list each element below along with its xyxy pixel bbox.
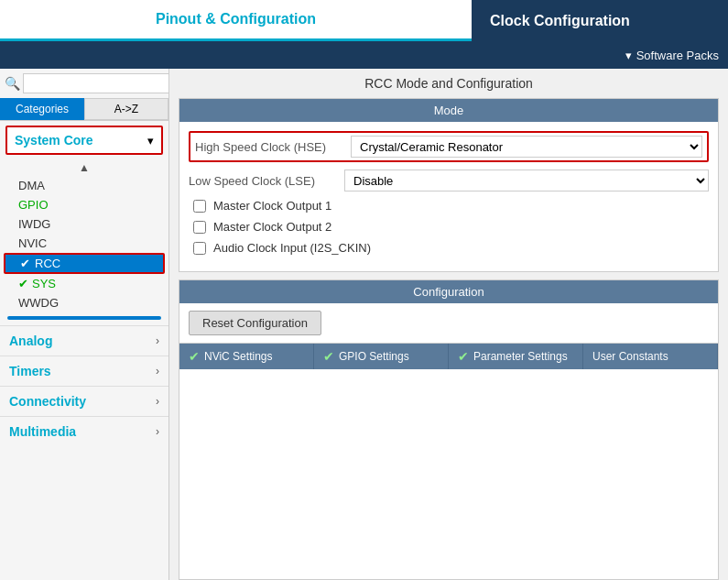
hse-select[interactable]: Crystal/Ceramic Resonator Disable BYPASS… [351, 136, 702, 158]
search-icon: 🔍 [5, 76, 20, 91]
timers-arrow: › [156, 365, 159, 378]
sidebar-section-analog[interactable]: Analog › [0, 325, 168, 356]
content-area: RCC Mode and Configuration Mode High Spe… [169, 69, 728, 580]
sidebar-section-multimedia[interactable]: Multimedia › [0, 416, 168, 446]
collapse-arrow: ▲ [0, 161, 168, 174]
nvic-settings-label: NViC Settings [204, 350, 272, 363]
sidebar-item-iwdg[interactable]: IWDG [0, 214, 168, 234]
sys-label: SYS [32, 277, 56, 290]
analog-label: Analog [9, 334, 52, 348]
nvic-check-icon: ✔ [189, 349, 200, 364]
mode-section: Mode High Speed Clock (HSE) Crystal/Cera… [179, 98, 719, 272]
software-packs-label: Software Packs [636, 49, 719, 62]
sidebar-item-sys[interactable]: ✔ SYS [0, 274, 168, 293]
software-packs-button[interactable]: ▾ Software Packs [625, 49, 719, 62]
sidebar-item-gpio[interactable]: GPIO [0, 195, 168, 214]
main-layout: 🔍 ▾ Categories A->Z System Core ▾ ▲ DMA … [0, 69, 728, 580]
config-section-header: Configuration [179, 280, 718, 303]
software-packs-arrow: ▾ [625, 49, 632, 62]
sidebar-item-rcc[interactable]: ✔ RCC [4, 253, 165, 274]
analog-arrow: › [156, 334, 159, 347]
parameter-settings-label: Parameter Settings [473, 350, 568, 363]
master-clock-2-label: Master Clock Output 2 [213, 220, 331, 234]
sidebar-section-timers[interactable]: Timers › [0, 356, 168, 386]
mode-content: High Speed Clock (HSE) Crystal/Ceramic R… [179, 122, 718, 271]
lse-row: Low Speed Clock (LSE) Disable Crystal/Ce… [189, 170, 709, 192]
master-clock-1-row: Master Clock Output 1 [189, 199, 709, 213]
mode-section-header: Mode [179, 99, 718, 122]
gpio-settings-label: GPIO Settings [339, 350, 409, 363]
pinout-label: Pinout & Configuration [156, 11, 316, 27]
sidebar: 🔍 ▾ Categories A->Z System Core ▾ ▲ DMA … [0, 69, 169, 580]
lse-select[interactable]: Disable Crystal/Ceramic Resonator BYPASS… [344, 170, 709, 192]
audio-clock-row: Audio Clock Input (I2S_CKIN) [189, 241, 709, 255]
system-core-items: ▲ DMA GPIO IWDG NVIC ✔ RCC ✔ SYS WWDG [0, 159, 168, 325]
tab-categories[interactable]: Categories [0, 98, 84, 120]
hse-label: High Speed Clock (HSE) [195, 140, 342, 154]
rcc-label: RCC [35, 257, 60, 270]
parameter-check-icon: ✔ [458, 349, 469, 364]
clock-label: Clock Configuration [490, 13, 630, 29]
multimedia-arrow: › [156, 425, 159, 438]
lse-label: Low Speed Clock (LSE) [189, 174, 335, 188]
master-clock-2-checkbox[interactable] [193, 221, 206, 234]
user-constants-label: User Constants [592, 350, 668, 363]
blue-bar [7, 316, 161, 320]
system-core-arrow: ▾ [147, 134, 154, 148]
clock-tab[interactable]: Clock Configuration [472, 0, 728, 41]
multimedia-label: Multimedia [9, 424, 76, 439]
timers-label: Timers [9, 364, 51, 378]
rcc-title: RCC Mode and Configuration [169, 69, 728, 98]
pinout-tab[interactable]: Pinout & Configuration [0, 0, 472, 41]
search-row: 🔍 ▾ [0, 69, 168, 98]
audio-clock-label: Audio Clock Input (I2S_CKIN) [213, 241, 371, 255]
tab-atoz[interactable]: A->Z [84, 98, 168, 120]
reset-configuration-button[interactable]: Reset Configuration [189, 311, 321, 335]
search-input[interactable] [23, 73, 169, 93]
software-packs-bar: ▾ Software Packs [0, 41, 728, 69]
header: Pinout & Configuration Clock Configurati… [0, 0, 728, 41]
rcc-check-icon: ✔ [20, 257, 30, 270]
tab-parameter-settings[interactable]: ✔ Parameter Settings [449, 344, 583, 369]
audio-clock-checkbox[interactable] [193, 242, 206, 255]
gpio-check-icon: ✔ [323, 349, 334, 364]
hse-row: High Speed Clock (HSE) Crystal/Ceramic R… [189, 131, 709, 162]
sys-check-icon: ✔ [18, 277, 28, 290]
connectivity-arrow: › [156, 395, 159, 408]
master-clock-1-label: Master Clock Output 1 [213, 199, 331, 213]
master-clock-2-row: Master Clock Output 2 [189, 220, 709, 234]
bottom-tabs: ✔ NViC Settings ✔ GPIO Settings ✔ Parame… [179, 343, 718, 369]
sidebar-item-nvic[interactable]: NVIC [0, 234, 168, 253]
sidebar-section-connectivity[interactable]: Connectivity › [0, 386, 168, 416]
sidebar-item-wwdg[interactable]: WWDG [0, 293, 168, 312]
sidebar-item-dma[interactable]: DMA [0, 176, 168, 195]
system-core-label: System Core [15, 133, 93, 148]
tab-user-constants[interactable]: User Constants [583, 344, 718, 369]
config-section: Configuration Reset Configuration ✔ NViC… [179, 279, 719, 580]
connectivity-label: Connectivity [9, 394, 86, 409]
tab-nvic-settings[interactable]: ✔ NViC Settings [179, 344, 314, 369]
system-core-header[interactable]: System Core ▾ [5, 126, 163, 155]
master-clock-1-checkbox[interactable] [193, 200, 206, 213]
sidebar-tabs: Categories A->Z [0, 98, 168, 121]
tab-gpio-settings[interactable]: ✔ GPIO Settings [314, 344, 449, 369]
